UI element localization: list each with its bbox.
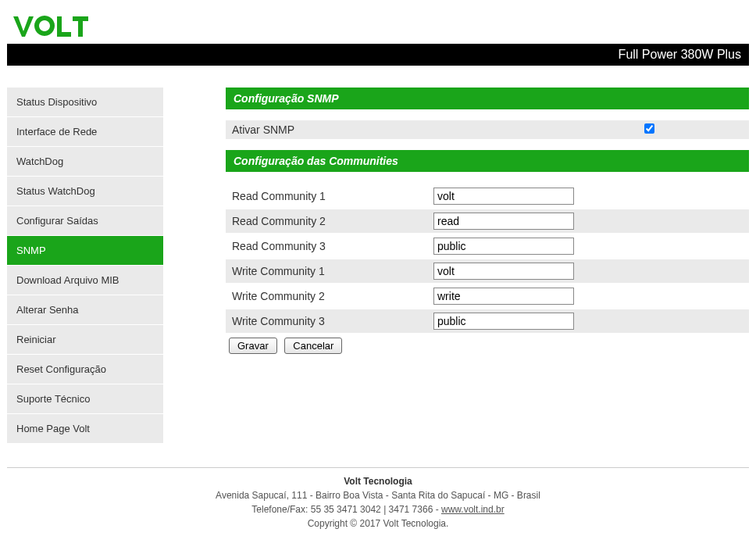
sidebar: Status Dispositivo Interface de Rede Wat… bbox=[7, 88, 163, 444]
footer-phone: Telefone/Fax: 55 35 3471 3042 | 3471 736… bbox=[251, 504, 441, 515]
brand-logo bbox=[7, 6, 749, 44]
community-label: Write Community 3 bbox=[229, 315, 433, 327]
read-community-2-input[interactable] bbox=[433, 213, 574, 230]
sidebar-item-reiniciar[interactable]: Reiniciar bbox=[7, 325, 163, 354]
write-community-2-input[interactable] bbox=[433, 288, 574, 305]
footer-site-link[interactable]: www.volt.ind.br bbox=[441, 504, 505, 515]
svg-rect-1 bbox=[57, 32, 71, 37]
activate-snmp-label: Ativar SNMP bbox=[229, 123, 644, 136]
sidebar-item-download-mib[interactable]: Download Arquivo MIB bbox=[7, 266, 163, 295]
sidebar-item-suporte-tecnico[interactable]: Suporte Técnico bbox=[7, 384, 163, 413]
sidebar-item-alterar-senha[interactable]: Alterar Senha bbox=[7, 295, 163, 324]
community-row: Write Community 3 bbox=[226, 309, 749, 333]
activate-snmp-row: Ativar SNMP bbox=[226, 120, 749, 139]
community-label: Write Community 2 bbox=[229, 290, 433, 302]
save-button[interactable]: Gravar bbox=[229, 338, 277, 354]
read-community-3-input[interactable] bbox=[433, 238, 574, 255]
write-community-3-input[interactable] bbox=[433, 313, 574, 330]
product-title: Full Power 380W Plus bbox=[619, 48, 741, 61]
community-label: Read Community 1 bbox=[229, 190, 433, 202]
sidebar-item-status-watchdog[interactable]: Status WatchDog bbox=[7, 177, 163, 205]
sidebar-item-interface-rede[interactable]: Interface de Rede bbox=[7, 117, 163, 146]
footer-address: Avenida Sapucaí, 111 - Bairro Boa Vista … bbox=[216, 490, 540, 501]
community-label: Write Community 1 bbox=[229, 265, 433, 277]
svg-rect-3 bbox=[78, 16, 83, 37]
community-row: Write Community 2 bbox=[226, 284, 749, 308]
community-row: Read Community 3 bbox=[226, 234, 749, 258]
footer: Volt Tecnologia Avenida Sapucaí, 111 - B… bbox=[7, 467, 749, 531]
sidebar-item-status-dispositivo[interactable]: Status Dispositivo bbox=[7, 88, 163, 116]
footer-company: Volt Tecnologia bbox=[344, 476, 412, 487]
section-communities-config: Configuração das Communities bbox=[226, 150, 749, 172]
sidebar-item-home-page-volt[interactable]: Home Page Volt bbox=[7, 414, 163, 443]
community-row: Read Community 2 bbox=[226, 209, 749, 233]
product-title-bar: Full Power 380W Plus bbox=[7, 44, 749, 66]
cancel-button[interactable]: Cancelar bbox=[284, 338, 342, 354]
sidebar-item-snmp[interactable]: SNMP bbox=[7, 236, 163, 265]
community-label: Read Community 2 bbox=[229, 215, 433, 227]
sidebar-item-configurar-saidas[interactable]: Configurar Saídas bbox=[7, 206, 163, 235]
community-row: Write Community 1 bbox=[226, 259, 749, 283]
section-snmp-config: Configuração SNMP bbox=[226, 88, 749, 109]
activate-snmp-checkbox[interactable] bbox=[644, 123, 654, 134]
footer-copyright: Copyright © 2017 Volt Tecnologia. bbox=[308, 518, 449, 529]
write-community-1-input[interactable] bbox=[433, 263, 574, 280]
sidebar-item-reset-config[interactable]: Reset Configuração bbox=[7, 355, 163, 384]
community-row: Read Community 1 bbox=[226, 184, 749, 208]
community-label: Read Community 3 bbox=[229, 240, 433, 252]
read-community-1-input[interactable] bbox=[433, 188, 574, 205]
main-content: Configuração SNMP Ativar SNMP Configuraç… bbox=[163, 88, 749, 354]
sidebar-item-watchdog[interactable]: WatchDog bbox=[7, 147, 163, 176]
